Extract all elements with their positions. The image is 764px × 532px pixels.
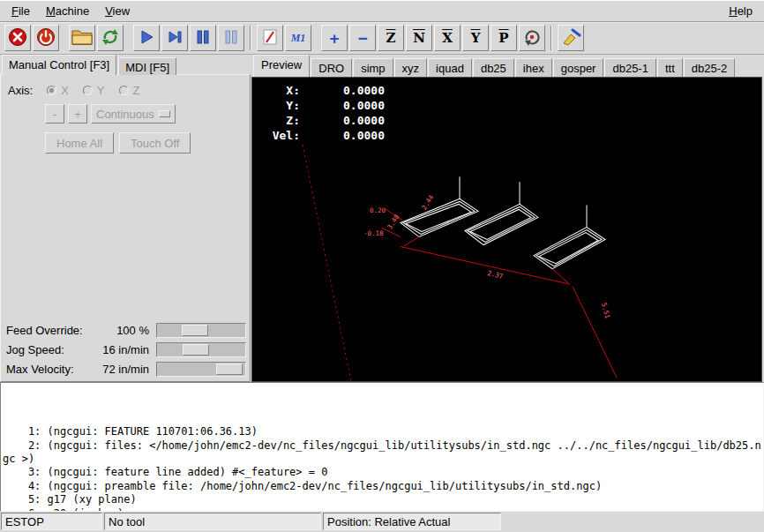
right-tab[interactable]: iquad bbox=[428, 58, 472, 77]
power-icon bbox=[36, 27, 56, 49]
slider-label: Feed Override: bbox=[6, 324, 87, 337]
tab-manual-control[interactable]: Manual Control [F3] bbox=[2, 55, 116, 75]
manual-control-page: Axis: X Y Z - + Continuous Home All Touc… bbox=[0, 74, 251, 382]
slider-value: 16 in/min bbox=[87, 343, 156, 356]
axis-z-radio[interactable]: Z bbox=[119, 84, 140, 97]
touch-off-button[interactable]: Touch Off bbox=[119, 132, 191, 154]
linuxcnc-axis-window: File Machine View Help M1 + − Z N X Y P … bbox=[0, 0, 764, 532]
right-tab[interactable]: db25 bbox=[473, 58, 514, 77]
view-z-rotated-icon: N bbox=[413, 30, 425, 46]
slider-handle[interactable] bbox=[216, 363, 243, 375]
stop-button[interactable] bbox=[218, 25, 244, 51]
jog-plus-button[interactable]: + bbox=[68, 104, 87, 124]
dim-label: 5.51 bbox=[600, 302, 611, 319]
tab-mdi[interactable]: MDI [F5] bbox=[118, 57, 176, 75]
slider[interactable] bbox=[156, 323, 246, 338]
step-icon bbox=[166, 28, 184, 49]
preview-tab-bar: PreviewDROsimpxyziquaddb25ihexgosperdb25… bbox=[253, 55, 764, 77]
zoom-out-icon: − bbox=[357, 30, 367, 47]
jog-mode-dropdown[interactable]: Continuous bbox=[91, 104, 176, 124]
left-tab-bar: Manual Control [F3] MDI [F5] bbox=[2, 55, 178, 75]
right-tab[interactable]: ttt bbox=[657, 58, 683, 77]
right-tab[interactable]: db25-2 bbox=[684, 58, 735, 77]
axis-y-label: Y bbox=[97, 84, 105, 97]
home-all-button[interactable]: Home All bbox=[45, 132, 114, 154]
dim-label: 0.20 bbox=[370, 206, 386, 214]
zoom-in-button[interactable]: + bbox=[321, 25, 348, 51]
rotate-icon bbox=[522, 27, 542, 49]
slider[interactable] bbox=[156, 342, 246, 357]
view-perspective-button[interactable]: P bbox=[491, 25, 517, 51]
slider-value: 100 % bbox=[87, 324, 156, 337]
right-tab[interactable]: simp bbox=[353, 58, 393, 77]
gcode-line: 5: g17 (xy plane) bbox=[3, 493, 763, 506]
stop-icon bbox=[222, 28, 240, 49]
open-file-button[interactable] bbox=[69, 25, 95, 51]
view-x-button[interactable]: X bbox=[434, 25, 461, 51]
pause-button[interactable] bbox=[190, 25, 216, 51]
right-tab[interactable]: db25-1 bbox=[604, 58, 655, 77]
optional-pause-button[interactable]: M1 bbox=[285, 25, 311, 51]
home-row: Home All Touch Off bbox=[45, 132, 246, 154]
dropdown-indicator-icon bbox=[159, 110, 170, 117]
menu-view[interactable]: View bbox=[97, 2, 138, 20]
readout-x-label: X: bbox=[261, 83, 300, 98]
block-delete-icon bbox=[261, 28, 279, 49]
play-icon bbox=[138, 28, 155, 49]
view-perspective-icon: P bbox=[498, 30, 508, 46]
reload-file-button[interactable] bbox=[97, 25, 124, 51]
view-y-icon: Y bbox=[471, 30, 481, 46]
zoom-out-button[interactable]: − bbox=[349, 25, 376, 51]
gcode-listing[interactable]: 1: (ngcgui: FEATURE 110701:06.36.13) 2: … bbox=[0, 382, 764, 512]
slider[interactable] bbox=[156, 362, 246, 377]
radio-indicator bbox=[83, 86, 93, 95]
gcode-line: 4: (ngcgui: preamble file: /home/john/em… bbox=[3, 480, 763, 493]
gcode-line: 1: (ngcgui: FEATURE 110701:06.36.13) bbox=[3, 425, 763, 438]
machine-power-button[interactable] bbox=[33, 25, 59, 51]
menu-machine[interactable]: Machine bbox=[38, 2, 97, 20]
step-button[interactable] bbox=[161, 25, 188, 51]
jog-mode-value: Continuous bbox=[96, 108, 154, 121]
radio-indicator bbox=[47, 86, 56, 95]
view-z-button[interactable]: Z bbox=[378, 25, 404, 51]
view-y-button[interactable]: Y bbox=[462, 25, 489, 51]
right-tab[interactable]: DRO bbox=[311, 58, 352, 77]
run-program-button[interactable] bbox=[133, 25, 160, 51]
position-readout: X:0.0000 Y:0.0000 Z:0.0000 Vel:0.0000 bbox=[261, 83, 385, 143]
axis-x-label: X bbox=[61, 84, 69, 97]
slider-group: Feed Override: 100 % Jog Speed: 16 in/mi… bbox=[6, 320, 246, 379]
readout-vel-label: Vel: bbox=[261, 128, 300, 143]
right-tab[interactable]: gosper bbox=[553, 58, 604, 77]
gcode-line: 2: (ngcgui: files: </home/john/emc2-dev/… bbox=[3, 439, 763, 453]
pause-icon bbox=[194, 28, 212, 49]
slider-handle[interactable] bbox=[182, 325, 208, 336]
preview-canvas[interactable]: X:0.0000 Y:0.0000 Z:0.0000 Vel:0.0000 bbox=[251, 77, 762, 382]
jog-minus-button[interactable]: - bbox=[45, 104, 64, 124]
dim-label: 3.48 bbox=[386, 213, 401, 231]
toolbar: M1 + − Z N X Y P bbox=[0, 22, 764, 55]
slider-value: 72 in/min bbox=[87, 363, 156, 376]
right-panel: PreviewDROsimpxyziquaddb25ihexgosperdb25… bbox=[251, 55, 764, 382]
status-bar: ESTOP No tool Position: Relative Actual bbox=[0, 512, 764, 532]
slider-row: Feed Override: 100 % bbox=[6, 320, 246, 340]
gcode-line: gc >) bbox=[3, 453, 763, 466]
axis-x-radio[interactable]: X bbox=[47, 84, 69, 97]
axis-label: Axis: bbox=[8, 84, 33, 97]
menu-file[interactable]: File bbox=[4, 2, 38, 20]
slider-row: Jog Speed: 16 in/min bbox=[6, 340, 246, 359]
m1-icon: M1 bbox=[291, 32, 306, 45]
rotate-view-button[interactable] bbox=[519, 25, 545, 51]
block-delete-button[interactable] bbox=[257, 25, 283, 51]
estop-button[interactable] bbox=[4, 25, 31, 51]
right-tab[interactable]: xyz bbox=[394, 58, 428, 77]
readout-z-label: Z: bbox=[261, 113, 300, 128]
right-tab[interactable]: ihex bbox=[515, 58, 552, 77]
clear-plot-button[interactable] bbox=[558, 25, 584, 51]
axis-y-radio[interactable]: Y bbox=[83, 84, 105, 97]
menu-help[interactable]: Help bbox=[721, 2, 760, 20]
view-z-rotated-button[interactable]: N bbox=[406, 25, 432, 51]
zoom-in-icon: + bbox=[329, 30, 339, 47]
right-tab[interactable]: Preview bbox=[253, 55, 310, 77]
slider-handle[interactable] bbox=[183, 344, 209, 356]
readout-z-value: 0.0000 bbox=[300, 113, 385, 128]
